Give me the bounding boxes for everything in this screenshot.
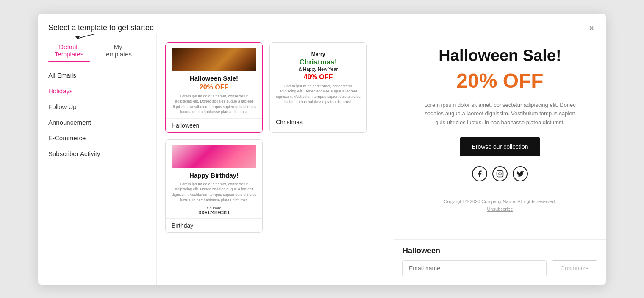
browse-collection-button[interactable]: Browse our collection (460, 137, 540, 156)
template-grid: Halloween Sale! 20% OFF Lorem ipsum dolo… (157, 34, 394, 285)
halloween-preview-image (172, 48, 256, 71)
customize-button[interactable]: Customize (552, 260, 597, 276)
modal-header: Select a template to get started × (38, 14, 606, 34)
preview-sale-off: 20% OFF (419, 69, 580, 92)
tab-my-templates[interactable]: My templates (103, 39, 133, 62)
birthday-coupon-code: DDE174BF0311 (172, 210, 256, 215)
christmas-off: 40% OFF (276, 73, 361, 81)
close-button[interactable]: × (587, 22, 596, 34)
preview-copyright: Copyright © 2020 Company Name, All right… (419, 199, 580, 204)
christmas-card-label: Christmas (270, 115, 366, 129)
halloween-card-label: Halloween (166, 118, 262, 132)
preview-footer-actions: Customize (394, 260, 606, 285)
card-preview-halloween: Halloween Sale! 20% OFF Lorem ipsum dolo… (166, 43, 262, 118)
christmas-title: Christmas! (276, 58, 361, 67)
preview-sale-title: Halloween Sale! (419, 47, 580, 65)
preview-lorem: Lorem ipsum dolor sit amet, consectetur … (419, 101, 580, 127)
nav-item-holidays[interactable]: Holidays (38, 83, 156, 99)
halloween-sale-title: Halloween Sale! (172, 75, 256, 82)
nav-item-follow-up[interactable]: Follow Up (38, 99, 156, 114)
modal: Select a template to get started × Defau… (38, 14, 606, 285)
card-preview-christmas: Merry Christmas! & Happy New Year 40% OF… (270, 43, 366, 115)
preview-divider (419, 192, 580, 192)
halloween-sale-off: 20% OFF (172, 84, 256, 91)
template-card-birthday[interactable]: Happy Birthday! Lorem ipsum dolor sit am… (165, 139, 263, 233)
christmas-merry: Merry (276, 51, 361, 57)
nav-list: All Emails Holidays Follow Up Announceme… (38, 62, 156, 167)
modal-title: Select a template to get started (48, 23, 154, 32)
twitter-icon[interactable] (513, 166, 528, 181)
email-name-input[interactable] (402, 260, 547, 276)
christmas-sub: & Happy New Year (276, 67, 361, 72)
facebook-icon[interactable] (472, 166, 487, 181)
preview-panel: Halloween Sale! 20% OFF Lorem ipsum dolo… (394, 34, 606, 285)
svg-rect-1 (497, 170, 503, 177)
nav-item-all-emails[interactable]: All Emails (38, 67, 156, 83)
birthday-coupon-label: Coupon: (172, 206, 256, 210)
template-card-christmas[interactable]: Merry Christmas! & Happy New Year 40% OF… (269, 42, 367, 133)
nav-item-subscriber-activity[interactable]: Subscriber Activity (38, 146, 156, 162)
nav-item-ecommerce[interactable]: E-Commerce (38, 130, 156, 146)
preview-content: Halloween Sale! 20% OFF Lorem ipsum dolo… (394, 34, 606, 239)
preview-email-body: Halloween Sale! 20% OFF Lorem ipsum dolo… (394, 34, 606, 224)
nav-item-announcement[interactable]: Announcement (38, 114, 156, 130)
social-icons-row (419, 166, 580, 181)
modal-body: Default Templates My templates All Email… (38, 34, 606, 285)
preview-unsubscribe[interactable]: Unsubscribe (419, 206, 580, 212)
instagram-icon[interactable] (492, 166, 508, 181)
template-card-halloween[interactable]: Halloween Sale! 20% OFF Lorem ipsum dolo… (165, 42, 263, 133)
christmas-lorem: Lorem ipsum dolor sit amet, consectetur … (276, 84, 361, 105)
sidebar: Default Templates My templates All Email… (38, 34, 157, 285)
tabs-container: Default Templates My templates (38, 39, 156, 62)
tab-default-templates[interactable]: Default Templates (48, 39, 90, 62)
birthday-sale-title: Happy Birthday! (172, 172, 256, 179)
card-preview-birthday: Happy Birthday! Lorem ipsum dolor sit am… (166, 140, 262, 218)
birthday-preview-image (172, 145, 256, 168)
halloween-lorem: Lorem ipsum dolor sit amet, consectetur … (172, 94, 256, 115)
birthday-lorem: Lorem ipsum dolor sit amet, consectetur … (172, 181, 256, 203)
birthday-card-label: Birthday (166, 218, 262, 232)
preview-footer-label: Halloween (394, 239, 606, 260)
